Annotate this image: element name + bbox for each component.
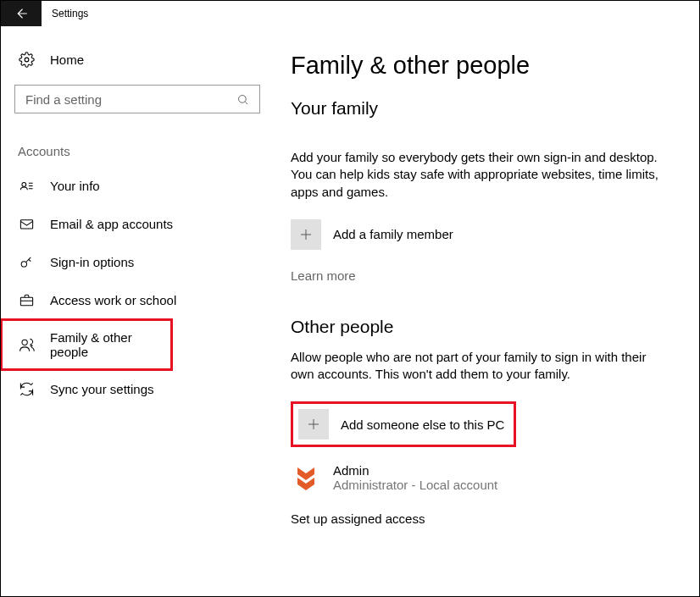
svg-point-2	[21, 183, 25, 187]
titlebar: Settings	[1, 1, 699, 26]
learn-more-link[interactable]: Learn more	[291, 268, 356, 283]
back-arrow-icon	[14, 6, 29, 21]
content: Family & other people Your family Add yo…	[264, 26, 699, 596]
person-card-icon	[18, 178, 35, 194]
add-someone-else-button[interactable]: Add someone else to this PC	[291, 401, 516, 447]
add-family-label: Add a family member	[333, 227, 453, 241]
body: Home Accounts Your info	[1, 26, 699, 596]
assigned-access-link[interactable]: Set up assigned access	[291, 511, 425, 526]
plus-icon	[291, 219, 321, 250]
add-family-member-button[interactable]: Add a family member	[291, 219, 665, 250]
sidebar-item-label: Your info	[50, 179, 100, 193]
search-wrap	[1, 76, 264, 113]
search-icon	[234, 93, 251, 106]
sidebar-item-email[interactable]: Email & app accounts	[1, 205, 264, 243]
home-nav[interactable]: Home	[1, 43, 264, 76]
search-input[interactable]	[24, 91, 234, 108]
sidebar-item-family[interactable]: Family & other people	[1, 319, 172, 370]
svg-point-6	[21, 340, 26, 345]
user-role: Administrator - Local account	[333, 478, 497, 492]
sidebar-item-label: Email & app accounts	[50, 217, 173, 231]
svg-point-1	[238, 95, 246, 102]
mail-icon	[18, 216, 35, 232]
settings-window: Settings Home Accounts	[0, 0, 700, 597]
other-desc: Allow people who are not part of your fa…	[291, 349, 665, 384]
user-info: Admin Administrator - Local account	[333, 463, 497, 492]
window-title: Settings	[42, 8, 88, 19]
people-icon	[18, 337, 35, 353]
sidebar-item-signin[interactable]: Sign-in options	[1, 243, 264, 281]
sidebar-item-your-info[interactable]: Your info	[1, 167, 264, 205]
plus-icon	[298, 409, 329, 439]
add-someone-label: Add someone else to this PC	[341, 417, 504, 432]
key-icon	[18, 254, 35, 270]
gear-icon	[18, 52, 35, 68]
avatar-icon	[291, 462, 321, 493]
other-people-section: Other people Allow people who are not pa…	[291, 317, 665, 527]
sidebar-item-sync[interactable]: Sync your settings	[1, 370, 264, 408]
sidebar-item-label: Family & other people	[50, 330, 155, 359]
page-title: Family & other people	[291, 52, 665, 80]
family-section-title: Your family	[291, 98, 665, 119]
family-desc: Add your family so everybody gets their …	[291, 149, 665, 201]
sidebar-item-label: Sync your settings	[50, 382, 154, 396]
sidebar: Home Accounts Your info	[1, 26, 264, 596]
svg-point-4	[21, 262, 26, 267]
home-label: Home	[50, 53, 84, 67]
svg-rect-5	[20, 297, 32, 306]
svg-point-0	[25, 58, 29, 62]
search-box[interactable]	[14, 85, 260, 113]
svg-rect-3	[20, 220, 32, 229]
sidebar-item-label: Sign-in options	[50, 255, 134, 269]
user-name: Admin	[333, 463, 497, 478]
sidebar-item-label: Access work or school	[50, 293, 176, 307]
sidebar-item-work[interactable]: Access work or school	[1, 281, 264, 319]
user-row[interactable]: Admin Administrator - Local account	[291, 462, 665, 493]
other-section-title: Other people	[291, 317, 665, 337]
briefcase-icon	[18, 292, 35, 308]
sidebar-section-label: Accounts	[1, 113, 264, 167]
back-button[interactable]	[1, 1, 42, 26]
sync-icon	[18, 381, 35, 397]
